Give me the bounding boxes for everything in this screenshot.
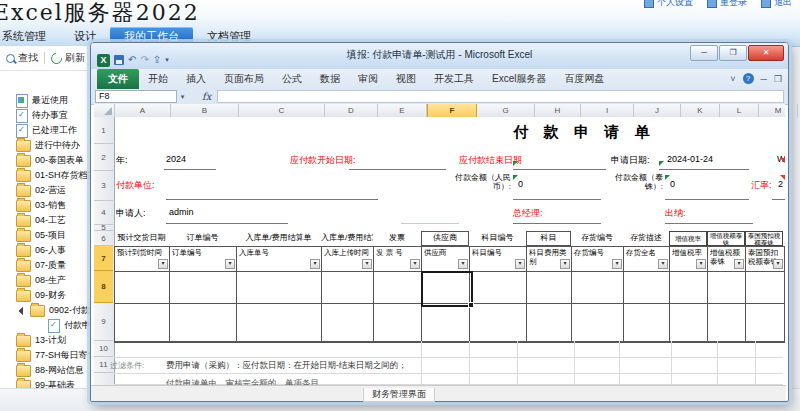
dropdown-icon[interactable]: ▾ — [458, 259, 468, 269]
column-header[interactable]: A — [115, 104, 171, 117]
row-header[interactable]: 3 — [94, 171, 113, 201]
ribbon-tab-excelserver[interactable]: Excel服务器 — [483, 69, 555, 89]
row-header-selected[interactable]: 8 — [94, 271, 113, 303]
column-header-selected[interactable]: F — [427, 104, 477, 117]
tree-item-06[interactable]: 06-人事 — [16, 243, 66, 258]
fx-icon[interactable]: fx — [202, 91, 211, 102]
header-cell[interactable]: 科目 — [526, 231, 571, 246]
subheader-cell[interactable]: 发 票 号▾ — [374, 247, 422, 272]
empty-cell[interactable] — [170, 304, 237, 342]
rate-value[interactable]: 2 — [778, 179, 783, 189]
ribbon-tab-developer[interactable]: 开发工具 — [425, 69, 483, 89]
dropdown-icon[interactable]: ▾ — [612, 259, 622, 269]
column-header[interactable]: E — [378, 104, 427, 117]
empty-cell[interactable] — [374, 304, 422, 342]
menu-tab-system[interactable]: 系统管理 — [0, 27, 60, 45]
empty-cell[interactable] — [746, 272, 784, 304]
empty-cell[interactable] — [527, 272, 572, 304]
tree-item-08[interactable]: 08-生产 — [16, 273, 66, 288]
name-box-dropdown-icon[interactable]: ▾ — [177, 90, 188, 103]
subheader-cell[interactable]: 科目费用类别▾ — [527, 247, 572, 272]
empty-cell[interactable] — [624, 272, 670, 304]
link-profile[interactable]: 个人设置 — [644, 0, 693, 9]
tree-item-03[interactable]: 03-销售 — [16, 198, 66, 213]
workbook-minimize-icon[interactable]: ─ — [761, 74, 767, 84]
ribbon-tab-home[interactable]: 开始 — [139, 69, 177, 89]
excel-titlebar[interactable]: X ↶ ↷ ⇪ ▾ 填报: 付款申请单-测试用 - Microsoft Exce… — [91, 43, 788, 70]
row-header[interactable]: 2 — [94, 144, 113, 171]
name-box[interactable]: F8 — [95, 90, 177, 103]
tree-item-02[interactable]: 02-营运 — [16, 183, 66, 198]
link-logout[interactable]: 退出 — [761, 0, 792, 9]
subheader-cell[interactable]: 供应商▾ — [422, 247, 470, 272]
ribbon-tab-data[interactable]: 数据 — [311, 69, 349, 89]
tree-item-todo[interactable]: 待办事宜 — [16, 108, 68, 123]
header-cell[interactable]: 科目编号 — [469, 231, 526, 246]
empty-cell[interactable] — [670, 272, 708, 304]
tree-item-88[interactable]: 88-网站信息 — [16, 363, 84, 378]
row-header-selected[interactable]: 7 — [94, 246, 113, 271]
ribbon-tab-formulas[interactable]: 公式 — [273, 69, 311, 89]
column-header[interactable]: K — [681, 104, 720, 117]
dropdown-icon[interactable]: ▾ — [658, 259, 668, 269]
header-cell[interactable]: 增值税率 — [669, 231, 707, 246]
header-cell[interactable]: 存货描述 — [623, 231, 669, 246]
tree-item-recent[interactable]: 最近使用 — [16, 93, 68, 108]
dropdown-icon[interactable]: ▾ — [773, 259, 783, 269]
header-cell[interactable]: 入库单/费用结算 — [321, 231, 373, 246]
dropdown-icon[interactable]: ▾ — [560, 259, 570, 269]
subheader-cell[interactable]: 科目编号▾ — [470, 247, 527, 272]
empty-cell[interactable] — [470, 272, 527, 304]
tree-item-13[interactable]: 13-计划 — [16, 333, 66, 348]
column-header[interactable]: L — [720, 104, 759, 117]
tree-item-04[interactable]: 04-工艺 — [16, 213, 66, 228]
refresh-button[interactable]: 刷新 — [49, 50, 87, 66]
dropdown-icon[interactable]: ▾ — [362, 259, 372, 269]
empty-cell[interactable] — [374, 272, 422, 304]
header-cell[interactable]: 发票 — [373, 231, 421, 246]
empty-cell[interactable] — [624, 304, 670, 342]
empty-cell[interactable] — [708, 272, 746, 304]
select-all-corner[interactable] — [94, 104, 115, 117]
header-cell[interactable]: 订单编号 — [169, 231, 236, 246]
ribbon-tab-view[interactable]: 视图 — [387, 69, 425, 89]
dropdown-icon[interactable]: ▾ — [158, 259, 168, 269]
subheader-cell[interactable]: 入库上传时间▾ — [322, 247, 374, 272]
tree-item-05[interactable]: 05-项目 — [16, 228, 66, 243]
tree-item-09[interactable]: 09-财务 — [16, 288, 66, 303]
year-value[interactable]: 2024 — [166, 154, 186, 164]
tree-item-inprogress[interactable]: 进行中待办 — [16, 138, 80, 153]
dropdown-icon[interactable]: ▾ — [225, 259, 235, 269]
column-header[interactable]: C — [239, 104, 325, 117]
subheader-cell[interactable]: 存货编号▾ — [572, 247, 624, 272]
ribbon-tab-review[interactable]: 审阅 — [349, 69, 387, 89]
subheader-cell[interactable]: 泰国预扣税额泰铢▾ — [746, 247, 784, 272]
tree-item-07[interactable]: 07-质量 — [16, 258, 66, 273]
subheader-cell[interactable]: 增值税率▾ — [670, 247, 708, 272]
dropdown-icon[interactable]: ▾ — [734, 259, 744, 269]
formula-input[interactable] — [217, 90, 784, 103]
help-icon[interactable]: ? — [743, 73, 754, 84]
empty-cell[interactable] — [170, 272, 237, 304]
row-header[interactable]: 6 — [94, 231, 113, 246]
tree-item-done[interactable]: 已处理工作 — [16, 123, 77, 138]
empty-cell[interactable] — [708, 304, 746, 342]
workbook-restore-icon[interactable]: ❐ — [774, 74, 782, 84]
empty-cell[interactable] — [115, 272, 170, 304]
sheet-tab[interactable]: 财务管理界面 — [363, 388, 435, 402]
row-header[interactable]: 1 — [94, 117, 113, 144]
collapse-ribbon-icon[interactable]: ˅ — [730, 74, 735, 84]
empty-cell[interactable] — [527, 304, 572, 342]
empty-cell[interactable] — [670, 304, 708, 342]
empty-cell[interactable] — [572, 272, 624, 304]
header-cell[interactable]: 入库单/费用结算单 — [236, 231, 321, 246]
ribbon-tab-file[interactable]: 文件 — [97, 69, 139, 89]
find-button[interactable]: 查找 — [4, 50, 40, 66]
close-button[interactable]: ✕ — [748, 45, 784, 61]
empty-cell[interactable] — [322, 304, 374, 342]
sheet-area[interactable]: 1 2 3 4 5 6 7 8 9 10 11 付 款 申 请 单 年: 202… — [94, 117, 785, 385]
applicant-value[interactable]: admin — [169, 207, 194, 217]
empty-cell[interactable] — [115, 304, 170, 342]
empty-cell[interactable] — [470, 304, 527, 342]
tree-item-01[interactable]: 01-SH存货档案 — [16, 168, 97, 183]
